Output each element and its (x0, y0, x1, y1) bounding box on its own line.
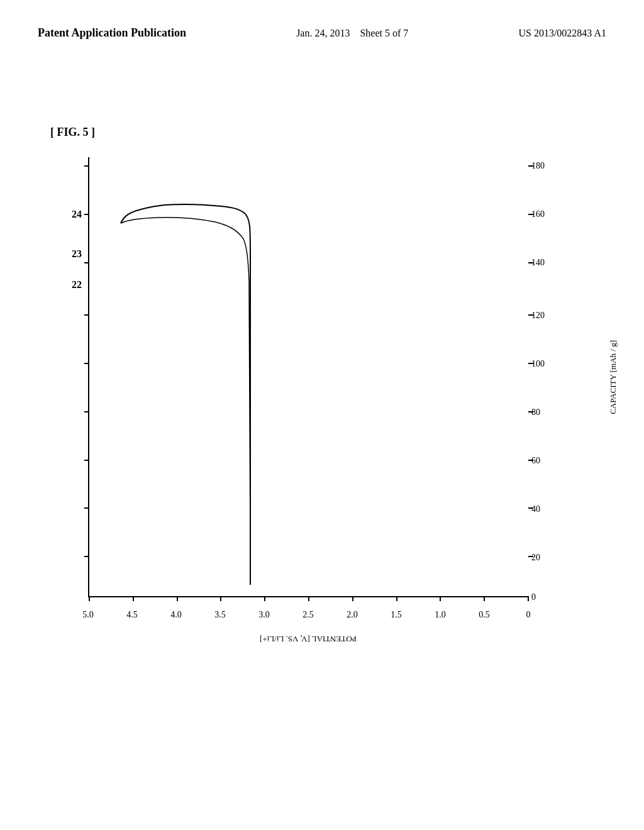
y-label-120: 120 (531, 311, 545, 321)
y-axis-right: 180 160 140 120 100 80 60 40 20 0 CAPACI… (528, 157, 591, 597)
header-date-sheet: Jan. 24, 2013 Sheet 5 of 7 (296, 25, 408, 42)
charge-curve (121, 204, 250, 585)
y-label-23: 23 (72, 248, 82, 260)
publication-title: Patent Application Publication (38, 25, 186, 41)
chart-curve (89, 157, 528, 596)
y-label-22: 22 (72, 279, 82, 290)
x-label-25: 2.5 (303, 610, 314, 620)
y-axis-title: CAPACITY [mAh / g] (594, 157, 632, 597)
x-axis-title: POTENTIAL [V, VS. Li/Li+] (88, 630, 528, 648)
y-label-0-right: 0 (531, 592, 536, 602)
x-label-5: 5.0 (82, 610, 94, 620)
y-label-40: 40 (531, 504, 540, 514)
x-label-1: 1.0 (435, 610, 446, 620)
x-label-0: 0 (526, 610, 531, 620)
x-label-2: 2.0 (347, 610, 358, 620)
figure-label: [ FIG. 5 ] (50, 126, 95, 139)
chart-plot-area (88, 157, 528, 597)
y-label-80: 80 (531, 407, 540, 418)
patent-number: US 2013/0022843 A1 (518, 25, 606, 42)
x-label-4: 4.0 (170, 610, 182, 620)
y-label-24: 24 (72, 209, 82, 220)
y-label-140: 140 (531, 258, 545, 268)
y-axis-left: 24 23 22 (38, 157, 88, 597)
x-axis-labels: 5.0 4.5 4.0 3.5 3.0 2.5 2.0 1.5 1.0 0.5 … (88, 610, 528, 629)
y-label-20: 20 (531, 553, 540, 563)
x-label-15: 1.5 (391, 610, 402, 620)
x-label-05: 0.5 (479, 610, 490, 620)
y-label-180: 180 (531, 161, 545, 171)
x-label-3: 3.0 (258, 610, 270, 620)
y-label-60: 60 (531, 456, 540, 466)
discharge-curve (121, 218, 250, 585)
y-label-160: 160 (531, 209, 545, 219)
x-label-35: 3.5 (214, 610, 226, 620)
chart-container: 24 23 22 (38, 157, 591, 648)
y-label-100: 100 (531, 359, 545, 369)
page-header: Patent Application Publication Jan. 24, … (0, 0, 644, 54)
x-label-45: 4.5 (126, 610, 138, 620)
